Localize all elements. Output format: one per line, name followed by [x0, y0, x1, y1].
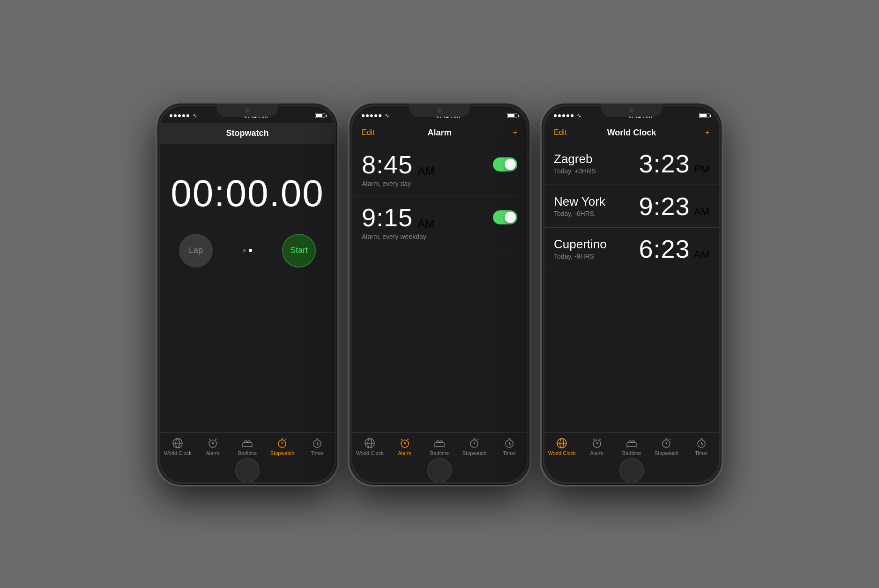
nav-title: Stopwatch	[160, 128, 335, 138]
status-left: ∿	[554, 112, 581, 119]
tab-bedtime[interactable]: Bedtime	[614, 438, 649, 456]
alarm-ampm-2: AM	[418, 217, 435, 230]
wc-city-cupertino: Cupertino	[554, 237, 607, 252]
edit-button[interactable]: Edit	[554, 128, 573, 137]
tab-bar: World Clock Alarm	[352, 432, 527, 459]
stopwatch-phone: ∿ 9:41 AM Stopwatch 00:00.00	[156, 102, 339, 486]
signal-dot-4	[374, 114, 377, 117]
battery	[507, 113, 517, 118]
svg-rect-8	[243, 443, 252, 447]
stopwatch-screen: 00:00.00 Lap Start	[160, 144, 335, 432]
tab-timer[interactable]: Timer	[300, 438, 335, 456]
tab-label-alarm: Alarm	[590, 450, 603, 456]
edit-button[interactable]: Edit	[362, 128, 380, 137]
tab-alarm[interactable]: Alarm	[579, 438, 614, 456]
tab-bedtime[interactable]: Bedtime	[422, 438, 457, 456]
phone-inner: ∿ 9:41 AM Stopwatch 00:00.00	[160, 106, 335, 482]
tab-timer[interactable]: Timer	[684, 438, 719, 456]
battery	[315, 113, 325, 118]
tab-label-stopwatch: Stopwatch	[655, 450, 678, 456]
tab-label-alarm: Alarm	[398, 450, 411, 456]
signal-dot-4	[182, 114, 185, 117]
wc-ampm-zagreb: PM	[694, 163, 709, 175]
alarm-icon	[207, 438, 218, 449]
signal-dot-1	[362, 114, 365, 117]
wc-left-zagreb: Zagreb Today, +0HRS	[554, 152, 596, 175]
tab-stopwatch[interactable]: Stopwatch	[265, 438, 299, 456]
tab-label-timer: Timer	[311, 450, 324, 456]
stopwatch-icon	[661, 438, 672, 449]
nav-bar: Edit Alarm +	[352, 123, 527, 142]
home-button[interactable]	[427, 458, 452, 482]
wifi-icon: ∿	[385, 112, 389, 119]
world-clock-item-zagreb: Zagreb Today, +0HRS 3:23 PM	[544, 142, 719, 185]
tab-bar: World Clock Alarm	[544, 432, 719, 459]
stopwatch-display: 00:00.00 Lap Start	[160, 144, 335, 432]
world-clock-item-newyork: New York Today, -6HRS 9:23 AM	[544, 185, 719, 228]
tab-label-timer: Timer	[503, 450, 516, 456]
signal-dot-3	[562, 114, 565, 117]
tab-world-clock[interactable]: World Clock	[544, 438, 579, 456]
dot-2	[249, 249, 252, 252]
tab-bar: World Clock Alarm	[160, 432, 335, 459]
signal-dot-2	[174, 114, 177, 117]
start-button[interactable]: Start	[282, 234, 316, 268]
svg-line-28	[407, 439, 409, 440]
tab-stopwatch[interactable]: Stopwatch	[649, 438, 684, 456]
tab-label-bedtime: Bedtime	[238, 450, 257, 456]
svg-line-48	[593, 439, 595, 440]
wc-left-newyork: New York Today, -6HRS	[554, 194, 605, 217]
svg-line-49	[599, 439, 601, 440]
tab-alarm[interactable]: Alarm	[387, 438, 422, 456]
add-button[interactable]: +	[691, 128, 709, 137]
world-clock-list: Zagreb Today, +0HRS 3:23 PM New York Tod…	[544, 142, 719, 432]
world-clock-icon-active	[556, 438, 567, 449]
tab-label-alarm: Alarm	[206, 450, 219, 456]
alarm-time-text-1: 8:45	[362, 150, 413, 179]
alarm-time-row-1: 8:45 AM	[362, 150, 517, 179]
alarm-ampm-1: AM	[418, 164, 435, 177]
signal-dot-4	[566, 114, 569, 117]
svg-line-40	[509, 444, 511, 445]
wc-city-zagreb: Zagreb	[554, 152, 596, 166]
bedtime-icon	[434, 438, 445, 449]
signal-dot-2	[366, 114, 369, 117]
wc-ampm-cupertino: AM	[694, 248, 709, 260]
alarm-time-display-1: 8:45 AM	[362, 150, 435, 179]
timer-icon	[696, 438, 707, 449]
tab-stopwatch[interactable]: Stopwatch	[457, 438, 492, 456]
home-button[interactable]	[619, 458, 644, 482]
svg-rect-50	[627, 443, 636, 447]
alarm-icon	[591, 438, 603, 449]
stopwatch-icon-active	[276, 438, 288, 449]
tab-alarm[interactable]: Alarm	[195, 438, 230, 456]
signal-dot-1	[170, 114, 172, 117]
status-time: 9:41 AM	[436, 112, 460, 119]
tab-world-clock[interactable]: World Clock	[352, 438, 387, 456]
tab-label-stopwatch: Stopwatch	[462, 450, 486, 456]
status-right	[699, 113, 709, 118]
svg-line-61	[701, 444, 703, 445]
stopwatch-icon	[469, 438, 480, 449]
camera-dot	[437, 108, 442, 113]
tab-label-timer: Timer	[695, 450, 708, 456]
alarm-screen: 8:45 AM Alarm, every day 9:15 AM	[352, 142, 527, 432]
tab-world-clock[interactable]: World Clock	[160, 438, 195, 456]
alarm-toggle-2[interactable]	[493, 210, 517, 224]
battery	[699, 113, 709, 118]
alarm-toggle-1[interactable]	[493, 157, 517, 171]
world-clock-item-cupertino: Cupertino Today, -9HRS 6:23 AM	[544, 228, 719, 270]
wc-time-display-zagreb: 3:23 PM	[639, 149, 709, 178]
svg-line-6	[209, 439, 210, 440]
phones-container: ∿ 9:41 AM Stopwatch 00:00.00	[137, 83, 742, 505]
home-button[interactable]	[235, 458, 260, 482]
tab-timer[interactable]: Timer	[492, 438, 527, 456]
wc-time-display-newyork: 9:23 AM	[639, 192, 709, 221]
pagination-dots	[243, 249, 252, 252]
lap-button[interactable]: Lap	[179, 234, 213, 268]
tab-bedtime[interactable]: Bedtime	[230, 438, 265, 456]
svg-rect-32	[437, 441, 439, 443]
add-button[interactable]: +	[499, 128, 517, 137]
nav-bar: Stopwatch	[160, 123, 335, 144]
battery-fill	[508, 114, 514, 117]
